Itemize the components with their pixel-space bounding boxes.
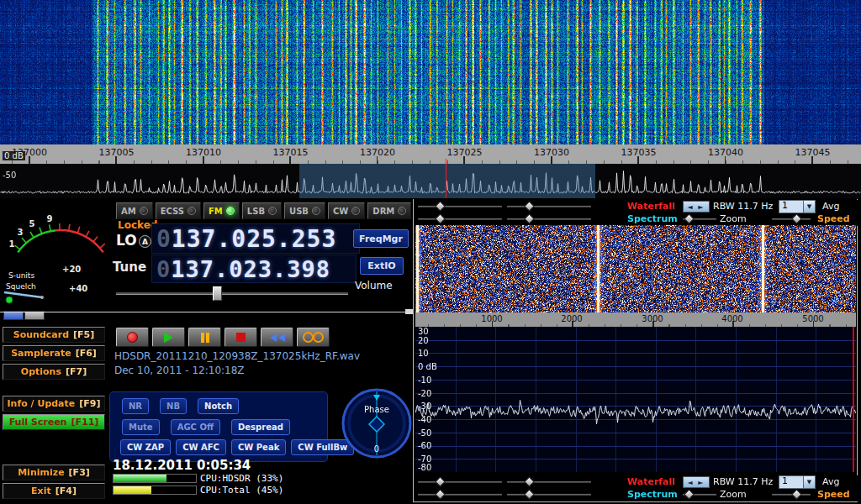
waterfall-lower-slider[interactable] bbox=[507, 477, 591, 485]
passband-selection[interactable] bbox=[299, 164, 595, 198]
dsp-button-cw-peak[interactable]: CW Peak bbox=[231, 439, 286, 455]
minimize-button[interactable]: Minimize[F3] bbox=[3, 465, 105, 480]
speed-label: Speed bbox=[817, 489, 850, 500]
scale-label: 4000 bbox=[721, 314, 742, 323]
options-button[interactable]: Options[F7] bbox=[3, 364, 105, 380]
volume-slider-thumb[interactable] bbox=[213, 286, 222, 301]
waterfall-upper-slider[interactable] bbox=[418, 477, 502, 485]
slider-thumb[interactable] bbox=[435, 213, 446, 224]
main-waterfall[interactable] bbox=[0, 0, 861, 144]
scale-label: 5000 bbox=[802, 314, 823, 323]
slider-thumb[interactable] bbox=[684, 489, 695, 500]
record-button[interactable] bbox=[116, 328, 149, 347]
slider-thumb[interactable] bbox=[435, 476, 446, 487]
mode-button-fm[interactable]: FM bbox=[203, 202, 240, 219]
dsp-button-cw-zap[interactable]: CW ZAP bbox=[120, 439, 171, 455]
waterfall-label[interactable]: Waterfall bbox=[627, 476, 675, 487]
db-label: -80 bbox=[418, 464, 431, 471]
slider-thumb[interactable] bbox=[435, 489, 446, 500]
zoom-slider[interactable] bbox=[683, 214, 716, 222]
mode-button-lsb[interactable]: LSB bbox=[242, 202, 282, 219]
info-update-button[interactable]: Info / Update[F9] bbox=[3, 396, 105, 412]
stop-button[interactable] bbox=[224, 328, 257, 347]
spectrum-lower-slider[interactable] bbox=[507, 214, 591, 222]
audio-waterfall[interactable] bbox=[415, 225, 856, 312]
waterfall-label[interactable]: Waterfall bbox=[627, 201, 675, 212]
zoom-slider[interactable] bbox=[683, 490, 716, 497]
slider-thumb[interactable] bbox=[524, 489, 535, 500]
volume-slider[interactable] bbox=[116, 286, 348, 299]
db-label: -20 bbox=[418, 390, 431, 397]
dsp-button-nb[interactable]: NB bbox=[160, 398, 187, 414]
smeter-scale-1: 1 bbox=[9, 239, 15, 249]
waterfall-lower-slider[interactable] bbox=[507, 202, 591, 209]
hor-splitter[interactable] bbox=[0, 312, 413, 312]
lo-frequency-display[interactable]: 0137.025.253 bbox=[151, 223, 360, 254]
lock-auto-badge[interactable]: A bbox=[139, 235, 151, 248]
slider-thumb[interactable] bbox=[684, 213, 695, 224]
phase-dial[interactable]: Phase 0 bbox=[340, 386, 414, 460]
dsp-button-cw-afc[interactable]: CW AFC bbox=[176, 439, 226, 455]
mode-button-cw[interactable]: CW bbox=[328, 202, 365, 219]
extio-button[interactable]: ExtIO bbox=[360, 257, 404, 275]
slider-thumb[interactable] bbox=[791, 489, 802, 500]
slider-thumb[interactable] bbox=[524, 476, 535, 487]
avg-select[interactable]: 1 ▼ bbox=[779, 200, 816, 213]
waterfall-upper-slider[interactable] bbox=[418, 202, 502, 209]
spectrum-label[interactable]: Spectrum bbox=[627, 213, 678, 224]
waterfall-shift-spinner[interactable]: ◄ ► bbox=[683, 476, 710, 488]
dsp-button-nr[interactable]: NR bbox=[122, 398, 149, 414]
play-button[interactable] bbox=[152, 328, 185, 347]
speed-label: Speed bbox=[817, 213, 850, 224]
mode-button-usb[interactable]: USB bbox=[284, 202, 325, 219]
samplerate-button[interactable]: Samplerate[F6] bbox=[3, 345, 105, 361]
full-screen-button[interactable]: Full Screen[F11] bbox=[3, 414, 105, 430]
audio-frequency-scale[interactable]: 1000 2000 3000 4000 5000 bbox=[415, 312, 856, 327]
scale-label: 2000 bbox=[561, 314, 582, 323]
spectrum-lower-slider[interactable] bbox=[507, 490, 591, 497]
loop-button[interactable] bbox=[297, 328, 330, 347]
phase-value: 0 bbox=[374, 444, 379, 454]
recording-timestamp: Dec 10, 2011 - 12:10:18Z bbox=[114, 365, 245, 376]
spectrum-upper-slider[interactable] bbox=[418, 490, 502, 497]
spectrum-upper-slider[interactable] bbox=[418, 214, 502, 222]
record-icon bbox=[127, 332, 138, 343]
dsp-button-mute[interactable]: Mute bbox=[122, 419, 160, 435]
overview-spectrum[interactable]: 0 dB -50 bbox=[0, 164, 861, 198]
exit-button[interactable]: Exit[F4] bbox=[3, 483, 105, 499]
pause-icon bbox=[206, 333, 209, 343]
display-controls-bottom: Waterfall ◄ ► RBW 11.7 Hz 1 ▼ Avg Spectr… bbox=[415, 475, 858, 501]
waterfall-shift-spinner[interactable]: ◄ ► bbox=[683, 201, 710, 213]
audio-spectrum[interactable] bbox=[415, 327, 856, 472]
tune-frequency-display[interactable]: 0137.023.398 bbox=[151, 255, 357, 283]
rewind-icon bbox=[270, 333, 277, 342]
mode-button-drm[interactable]: DRM bbox=[367, 202, 411, 219]
hor-splitter-handle[interactable] bbox=[405, 309, 413, 314]
slider-thumb[interactable] bbox=[524, 213, 535, 224]
dsp-button-despread[interactable]: Despread bbox=[231, 419, 290, 435]
dropdown-arrow-icon[interactable]: ▼ bbox=[803, 476, 815, 488]
avg-select[interactable]: 1 ▼ bbox=[779, 475, 816, 489]
dsp-button-notch[interactable]: Notch bbox=[198, 398, 239, 414]
soundcard-button[interactable]: Soundcard[F5] bbox=[3, 327, 105, 343]
freq-mgr-button[interactable]: FreqMgr bbox=[353, 229, 409, 248]
mode-button-ecss[interactable]: ECSS bbox=[156, 202, 201, 219]
slider-thumb[interactable] bbox=[524, 201, 535, 212]
smeter-scale-9: 9 bbox=[47, 214, 53, 223]
dsp-button-agc[interactable]: AGC Off bbox=[171, 419, 220, 435]
speed-slider[interactable] bbox=[772, 490, 811, 497]
left-right-arrows-icon: ◄ ► bbox=[688, 203, 705, 211]
dropdown-arrow-icon[interactable]: ▼ bbox=[803, 201, 815, 213]
rewind-button[interactable] bbox=[261, 328, 293, 347]
slider-thumb[interactable] bbox=[791, 213, 802, 224]
mode-button-am[interactable]: AM bbox=[116, 202, 153, 219]
slider-thumb[interactable] bbox=[435, 201, 446, 212]
squelch-led bbox=[6, 297, 13, 303]
speed-slider[interactable] bbox=[772, 214, 811, 222]
pause-button[interactable] bbox=[188, 328, 221, 347]
dsp-panel: NR NB Notch Mute AGC Off Despread CW ZAP… bbox=[109, 391, 328, 462]
ruler-label: 137030 bbox=[534, 147, 569, 158]
frequency-ruler[interactable]: 137000 137005 137010 137015 137020 13702… bbox=[0, 144, 861, 164]
play-icon bbox=[164, 333, 173, 343]
spectrum-label[interactable]: Spectrum bbox=[627, 489, 678, 500]
